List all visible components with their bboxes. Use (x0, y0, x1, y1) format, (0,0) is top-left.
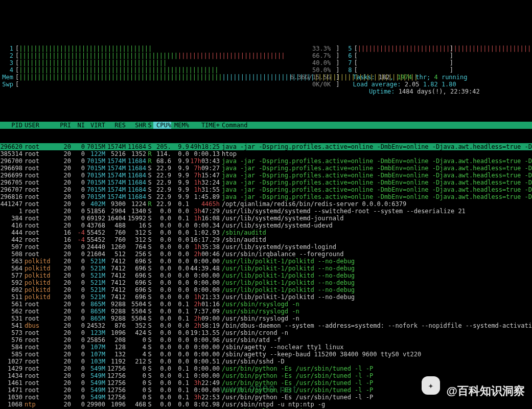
process-row[interactable]: 541dbus20024532876352S0.00.02h58:19/bin/… (0, 322, 532, 329)
process-row[interactable]: 296816root2007015M1574M11684S22.99.91:45… (0, 193, 532, 200)
cell-cpu: 0.0 (153, 229, 171, 236)
cell-state: S (146, 251, 153, 258)
process-row[interactable]: 577polkitd200521M7412696S0.00.00:00.00/u… (0, 272, 532, 279)
process-row[interactable]: 592polkitd200521M7412696S0.00.00:00.00/u… (0, 279, 532, 286)
cell-mem: 0.0 (171, 358, 189, 365)
process-row[interactable]: 296707root2007015M1574M11684S22.99.91h31… (0, 186, 532, 193)
cell-ni: 0 (71, 344, 85, 351)
cell-ni: 0 (71, 265, 85, 272)
col-pid[interactable]: PID (0, 122, 22, 129)
col-virt[interactable]: VIRT (85, 122, 105, 129)
process-row[interactable]: 1027root200103M1192212S0.00.00:00.51/usr… (0, 358, 532, 365)
process-row[interactable]: 563polkitd200521M7412696S0.00.00:00.00/u… (0, 258, 532, 265)
cell-pri: 20 (53, 279, 71, 286)
process-row[interactable]: 584root200107M1284S0.00.00:00.00/sbin/ag… (0, 344, 532, 351)
process-row[interactable]: 576root200258562080S0.00.00:00.96/usr/sb… (0, 336, 532, 344)
cell-pri: 20 (53, 379, 71, 387)
cell-cpu: 22.9 (153, 200, 171, 208)
cell-virt: 549M (85, 394, 105, 401)
cell-mem: 0.0 (171, 336, 189, 344)
process-row[interactable]: 564polkitd200521M7412696S0.00.044:39.48/… (0, 265, 532, 272)
swap-meter: Swp[0K/0K]Load average: 2.05 1.82 1.80 (1, 81, 531, 88)
cell-ni: 0 (71, 394, 85, 401)
cell-command: /usr/sbin/rsyslogd -n (222, 301, 532, 308)
column-header[interactable]: PID USER PRI NI VIRT RES SHR S CPU% MEM%… (0, 122, 532, 129)
col-mem[interactable]: MEM% (171, 122, 189, 129)
process-row[interactable]: 444root16-455452760312S0.00.01:02.93/sbi… (0, 229, 532, 236)
cell-state: S (146, 143, 153, 150)
process-row[interactable]: 296699root2007015M1574M11684S22.99.97h15… (0, 172, 532, 179)
cell-shr: 11684 (126, 143, 146, 150)
cell-pri: 20 (53, 143, 71, 150)
cell-virt: 69192 (85, 215, 105, 222)
cell-shr: 11684 (126, 193, 146, 200)
cell-mem: 0.0 (171, 229, 189, 236)
cell-mem: 0.1 (171, 394, 189, 401)
process-row[interactable]: 602polkitd200521M7412696S0.00.00:00.00/u… (0, 286, 532, 293)
col-cmd[interactable]: Command (222, 122, 532, 129)
col-user[interactable]: USER (22, 122, 53, 129)
process-row[interactable]: 296620root2007015M1574M11684S205.9.949h1… (0, 143, 532, 150)
cell-virt: 521M (85, 286, 105, 293)
process-row[interactable]: 1068ntp200299001096468S0.00.08:02.98/usr… (0, 401, 532, 408)
process-row[interactable]: 508root20021604512256S0.00.02h00:46/usr/… (0, 251, 532, 258)
cell-res: 7412 (105, 258, 126, 265)
process-row[interactable]: 441247root200402M93001224R22.90.14465h/o… (0, 200, 532, 208)
process-row[interactable]: 1429root200549M127560S0.00.10:00.00/usr/… (0, 365, 532, 372)
process-row[interactable]: 573root200123M1096424S0.00.019:13.55/usr… (0, 329, 532, 336)
cell-pri: 20 (53, 193, 71, 200)
col-s[interactable]: S (146, 122, 153, 129)
cell-state: S (146, 387, 153, 394)
col-cpu[interactable]: CPU% (153, 122, 171, 129)
cell-command: /sbin/agetty --keep-baud 115200 38400 96… (222, 351, 532, 358)
process-row[interactable]: 296700root2007015M1574M11684R68.69.917h0… (0, 157, 532, 165)
process-row[interactable]: 511polkitd200521M7412696S0.00.01h21:33/u… (0, 293, 532, 301)
process-row[interactable]: 296698root2007015M1574M11684S22.99.97h09… (0, 165, 532, 172)
cell-virt: 123M (85, 329, 105, 336)
process-row[interactable]: 531root200865M92885504S0.00.12h09:00/usr… (0, 315, 532, 322)
cell-state: S (146, 179, 153, 186)
cell-ni: 0 (71, 401, 85, 408)
cell-command: /opt/qianlima/redis6/bin/redis-server 0.… (222, 200, 532, 208)
cell-shr: 312 (126, 229, 146, 236)
cell-user: root (22, 200, 53, 208)
cell-cpu: 22.9 (153, 179, 171, 186)
process-list[interactable]: 296620root2007015M1574M11684S205.9.949h1… (0, 143, 532, 409)
process-row[interactable]: 562root200865M92885504S0.00.17:37.09/usr… (0, 308, 532, 315)
process-row[interactable]: 416root2004376848816S0.00.00:00.34/usr/l… (0, 222, 532, 229)
cell-pri: 20 (53, 387, 71, 394)
cell-mem: 0.1 (171, 215, 189, 222)
cell-cpu: 114. (153, 150, 171, 157)
process-row[interactable]: 384root200691921640415992S0.00.11h16:08/… (0, 215, 532, 222)
col-ni[interactable]: NI (71, 122, 85, 129)
cell-mem: 0.1 (171, 301, 189, 308)
cell-mem: 9.9 (171, 179, 189, 186)
cell-user: root (22, 186, 53, 193)
process-row[interactable]: 561root200865M92885504S0.00.12h01:16/usr… (0, 301, 532, 308)
process-row[interactable]: 1root2005185629041340S0.00.03h47:29/usr/… (0, 208, 532, 215)
process-row[interactable]: 585root200107M1324S0.00.00:00.00/sbin/ag… (0, 351, 532, 358)
cell-cpu: 0.0 (153, 351, 171, 358)
cell-res: 760 (105, 229, 126, 236)
col-res[interactable]: RES (105, 122, 126, 129)
process-row[interactable]: 1434root200549M127560S0.00.10:00.00/usr/… (0, 372, 532, 379)
cell-time: 0:00.00 (189, 286, 222, 293)
col-time[interactable]: TIME+ (189, 122, 222, 129)
cell-user: root (22, 172, 53, 179)
cell-time: 3h47:29 (189, 208, 222, 215)
cell-pid: 573 (0, 329, 22, 336)
cell-user: root (22, 365, 53, 372)
process-row[interactable]: 507root200244401260764S0.00.01h35:38/usr… (0, 243, 532, 251)
cell-mem: 9.9 (171, 165, 189, 172)
cell-command: /usr/sbin/rsyslogd -n (222, 315, 532, 322)
process-row[interactable]: 385314root200122M52161352R114.0.00:00.13… (0, 150, 532, 157)
cell-shr: 352 (126, 322, 146, 329)
col-shr[interactable]: SHR (126, 122, 146, 129)
cell-user: root (22, 208, 53, 215)
process-row[interactable]: 442root16-455452760312S0.00.016:17.29/sb… (0, 236, 532, 243)
process-row[interactable]: 296705root2007015M1574M11684S22.99.91h32… (0, 179, 532, 186)
col-pri[interactable]: PRI (53, 122, 71, 129)
cell-res: 7412 (105, 265, 126, 272)
cell-cpu: 0.0 (153, 315, 171, 322)
cell-res: 1574M (105, 172, 126, 179)
